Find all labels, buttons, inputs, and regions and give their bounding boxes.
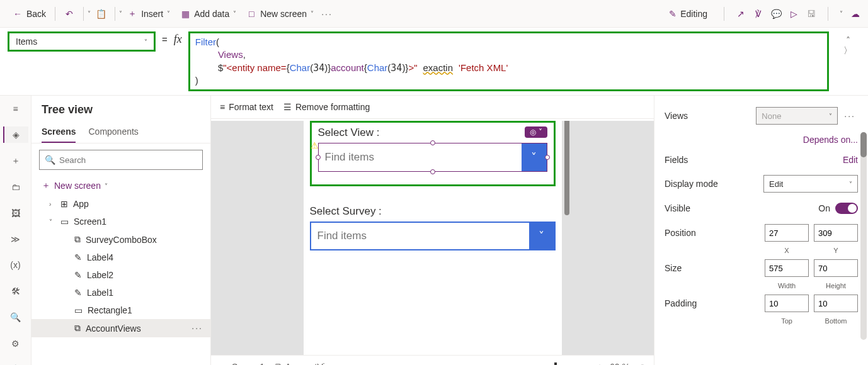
tree-item-app[interactable]: › ⊞ App xyxy=(31,195,210,213)
tree-item-screen1[interactable]: ˅ ▭ Screen1 xyxy=(31,213,210,230)
select-survey-label: Select Survey : xyxy=(310,205,556,218)
visible-toggle[interactable] xyxy=(835,203,858,214)
toolbar-overflow-button[interactable]: ··· xyxy=(319,9,335,19)
combobox-input[interactable] xyxy=(319,143,522,171)
remove-formatting-button[interactable]: ☰ Remove formatting xyxy=(283,102,370,112)
tree-search[interactable]: 🔍 xyxy=(39,150,203,170)
tree-item-label1[interactable]: ✎ Label1 xyxy=(31,284,210,301)
chevron-down-icon: ˅ xyxy=(105,182,108,189)
rail-tree-icon[interactable]: ◈ xyxy=(3,126,28,142)
properties-panel: Views None ˅ ··· Depends on... Fields Ed… xyxy=(654,96,868,365)
rail-insert-icon[interactable]: ＋ xyxy=(3,153,28,169)
label-icon: ✎ xyxy=(74,270,82,280)
editing-mode-button[interactable]: ✎ Editing xyxy=(664,6,712,21)
tree-label: AccountViews xyxy=(86,323,141,334)
crumb-screen[interactable]: Screen1 xyxy=(232,362,265,366)
undo-button[interactable]: ↶ xyxy=(59,6,79,21)
views-more-icon[interactable]: ··· xyxy=(842,111,858,121)
more-icon[interactable]: ··· xyxy=(191,323,203,333)
new-screen-button[interactable]: □ New screen ˅ xyxy=(241,6,319,21)
add-data-button[interactable]: ▦ Add data ˅ xyxy=(175,6,241,21)
depends-on-link[interactable]: Depends on... xyxy=(803,135,858,145)
rail-variables-icon[interactable]: (x) xyxy=(3,257,28,273)
tree-item-label4[interactable]: ✎ Label4 xyxy=(31,249,210,266)
paste-button[interactable]: 📋 xyxy=(91,6,111,21)
expand-result-icon[interactable]: 〉 xyxy=(843,45,852,57)
size-h-input[interactable] xyxy=(814,259,858,277)
editing-label: Editing xyxy=(680,9,707,19)
pencil-icon: ✎ xyxy=(669,9,677,19)
rail-search-icon[interactable]: 🔍 xyxy=(3,310,28,325)
back-button[interactable]: ← Back xyxy=(8,6,51,21)
plus-icon: ＋ xyxy=(42,180,50,191)
chevron-down-icon: ˅ xyxy=(233,10,236,17)
clipboard-icon: 📋 xyxy=(96,9,106,19)
survey-combobox[interactable]: ˅ xyxy=(310,222,556,250)
padding-bottom-input[interactable] xyxy=(814,295,858,312)
play-icon[interactable]: ▷ xyxy=(789,9,799,19)
chevron-down-icon: ˅ xyxy=(311,10,314,17)
publish-icon[interactable]: ☁ xyxy=(850,9,860,19)
page-scrollbar[interactable] xyxy=(860,132,867,340)
checker-icon[interactable]: ℣ xyxy=(753,9,763,19)
share-icon[interactable]: ↗ xyxy=(736,9,746,19)
chevron-down-icon: ˅ xyxy=(167,10,170,17)
select-view-group: ⚠ Select View : ◎˅ ˅ xyxy=(310,121,556,186)
rail-media-icon[interactable]: 🖾 xyxy=(3,205,28,221)
accountviews-combobox[interactable]: ˅ xyxy=(318,143,547,172)
comment-icon[interactable]: 💬 xyxy=(771,9,781,19)
screen-icon: □ xyxy=(246,9,256,19)
size-w-input[interactable] xyxy=(765,259,809,277)
chevron-down-icon: ˅ xyxy=(144,38,147,45)
padding-top-input[interactable] xyxy=(765,295,809,312)
crumb-control[interactable]: AccountViews xyxy=(285,362,341,366)
tree-new-screen-button[interactable]: ＋ New screen ˅ xyxy=(31,176,210,195)
prop-padding-label: Padding xyxy=(665,298,697,308)
rail-hamburger-icon[interactable]: ≡ xyxy=(3,101,28,116)
fullscreen-icon[interactable]: ⤢ xyxy=(637,362,645,366)
rail-settings-icon[interactable]: ⚙ xyxy=(3,335,28,351)
property-dropdown[interactable]: Items ˅ xyxy=(8,31,156,52)
remove-format-icon: ☰ xyxy=(283,102,292,112)
tree-item-rectangle1[interactable]: ▭ Rectangle1 xyxy=(31,301,210,319)
prop-visible-on: On xyxy=(818,203,830,213)
position-y-input[interactable] xyxy=(814,224,858,242)
rail-data-icon[interactable]: 🗀 xyxy=(3,179,28,194)
prop-display-mode-value: Edit xyxy=(769,179,783,189)
prop-views-dropdown[interactable]: None ˅ xyxy=(756,107,838,125)
tab-screens[interactable]: Screens xyxy=(42,121,76,143)
rail-tools-icon[interactable]: 🛠 xyxy=(3,283,28,299)
tab-components[interactable]: Components xyxy=(88,121,138,143)
save-dropdown-icon[interactable]: ˅ xyxy=(840,10,843,17)
tree-item-surveycombobox[interactable]: ⧉ SurveyComboBox xyxy=(31,230,210,249)
canvas-footer: ▭ Screen1 › ⧉ AccountViews − + 60 % ⤢ xyxy=(211,355,654,365)
sub-width: Width xyxy=(765,282,809,289)
back-label: Back xyxy=(26,9,46,19)
tree-item-accountviews[interactable]: ⧉ AccountViews ··· xyxy=(31,319,210,337)
insert-button[interactable]: ＋ Insert ˅ xyxy=(122,6,175,21)
formula-editor[interactable]: Filter( Views, $"<entity name={Char(34)}… xyxy=(188,31,829,91)
tree-item-label2[interactable]: ✎ Label2 xyxy=(31,266,210,284)
rail-flow-icon[interactable]: ≫ xyxy=(3,231,28,247)
zoom-in-button[interactable]: + xyxy=(597,362,602,366)
canvas-surface[interactable]: ⚠ Select View : ◎˅ ˅ Select Survey : xyxy=(211,121,654,355)
format-text-button[interactable]: ≡ Format text xyxy=(220,102,273,112)
remove-formatting-label: Remove formatting xyxy=(295,102,370,112)
combobox-input[interactable] xyxy=(311,223,529,249)
position-x-input[interactable] xyxy=(765,224,809,242)
dropdown-toggle[interactable]: ˅ xyxy=(529,223,554,249)
copilot-button[interactable]: ◎˅ xyxy=(525,126,547,138)
sub-y: Y xyxy=(814,247,858,254)
rail-virtual-agent-icon[interactable]: 🤖 xyxy=(3,362,28,365)
tree-label: Label4 xyxy=(87,252,113,262)
collapse-icon[interactable]: ˄ xyxy=(846,35,850,45)
save-icon[interactable]: 🖫 xyxy=(806,9,816,19)
label-icon: ✎ xyxy=(74,288,82,298)
prop-display-mode-dropdown[interactable]: Edit ˅ xyxy=(763,175,858,193)
dropdown-toggle[interactable]: ˅ xyxy=(522,143,547,171)
search-input[interactable] xyxy=(59,155,197,165)
zoom-out-button[interactable]: − xyxy=(489,362,494,366)
prop-visible-label: Visible xyxy=(665,203,690,213)
fields-edit-link[interactable]: Edit xyxy=(843,155,858,165)
canvas-scrollbar[interactable] xyxy=(564,121,569,215)
